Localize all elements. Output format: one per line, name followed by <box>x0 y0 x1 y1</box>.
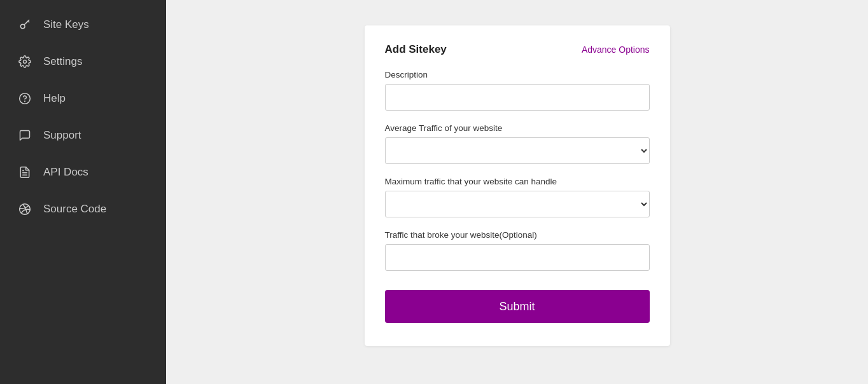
sidebar-item-support[interactable]: Support <box>0 117 166 154</box>
description-input[interactable] <box>385 84 650 111</box>
submit-button[interactable]: Submit <box>385 290 650 323</box>
settings-icon <box>18 55 32 69</box>
key-icon <box>18 18 32 32</box>
help-icon <box>18 92 32 106</box>
advance-options-link[interactable]: Advance Options <box>582 45 650 55</box>
svg-point-4 <box>24 60 27 64</box>
max-traffic-group: Maximum traffic that your website can ha… <box>385 177 650 217</box>
sidebar-item-source-code[interactable]: Source Code <box>0 191 166 228</box>
sidebar-item-label: Site Keys <box>43 18 89 31</box>
broke-traffic-group: Traffic that broke your website(Optional… <box>385 230 650 271</box>
description-label: Description <box>385 70 650 79</box>
main-content: Add Sitekey Advance Options Description … <box>166 0 868 384</box>
card-title: Add Sitekey <box>385 43 447 56</box>
max-traffic-label: Maximum traffic that your website can ha… <box>385 177 650 186</box>
sidebar: Site Keys Settings Help Support <box>0 0 166 384</box>
sidebar-item-label: Source Code <box>43 203 106 216</box>
sidebar-item-settings[interactable]: Settings <box>0 43 166 80</box>
add-sitekey-card: Add Sitekey Advance Options Description … <box>365 25 670 346</box>
avg-traffic-select[interactable] <box>385 137 650 164</box>
avg-traffic-group: Average Traffic of your website <box>385 123 650 164</box>
sidebar-item-api-docs[interactable]: API Docs <box>0 154 166 191</box>
broke-traffic-input[interactable] <box>385 244 650 271</box>
sidebar-item-help[interactable]: Help <box>0 80 166 117</box>
source-code-icon <box>18 202 32 216</box>
sidebar-item-label: Help <box>43 92 66 105</box>
broke-traffic-label: Traffic that broke your website(Optional… <box>385 230 650 240</box>
description-group: Description <box>385 70 650 111</box>
svg-point-0 <box>20 24 25 29</box>
sidebar-item-label: API Docs <box>43 166 88 179</box>
api-docs-icon <box>18 165 32 179</box>
svg-line-3 <box>27 22 28 23</box>
support-icon <box>18 128 32 142</box>
sidebar-item-label: Support <box>43 129 81 142</box>
sidebar-item-label: Settings <box>43 55 82 68</box>
card-header: Add Sitekey Advance Options <box>385 43 650 56</box>
avg-traffic-label: Average Traffic of your website <box>385 123 650 133</box>
svg-line-2 <box>28 21 29 22</box>
sidebar-item-site-keys[interactable]: Site Keys <box>0 6 166 43</box>
max-traffic-select[interactable] <box>385 191 650 217</box>
svg-point-5 <box>20 93 31 104</box>
